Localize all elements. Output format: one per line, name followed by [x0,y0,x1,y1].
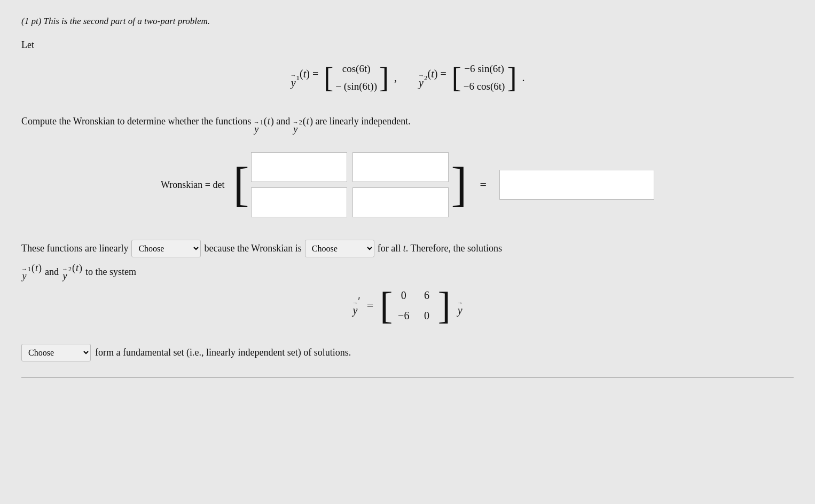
y-vec-label: → y [457,295,463,316]
sys-m12: 6 [421,288,432,302]
wronskian-section: Wronskian = det [ ] = [21,149,794,220]
y2-period: . [522,72,524,84]
wronskian-choose-select[interactable]: Choose zero nonzero [305,240,374,257]
final-section: Choose Do Do not form a fundamental set … [21,344,794,361]
sys-bracket-right: ] [438,286,451,325]
y1-entry-top: cos(6t) [342,62,371,76]
y1-entry-bot: − (sin(6t)) [335,80,377,93]
y1-comma: , [394,72,397,84]
system-equation: → y ′ = [ 0 6 −6 0 ] → y [21,286,794,325]
y1-inline: → y 1(t) [254,114,274,134]
det-grid [248,149,452,220]
to-the-system: to the system [85,266,136,278]
linearly-choose-select[interactable]: Choose independent dependent [131,240,201,257]
det-matrix: [ ] [233,149,467,220]
vectors-definition: → y 1(t) = [ cos(6t) − (sin(6t)) ] , → y… [21,60,794,95]
y2-entry-bot: −6 cos(6t) [464,80,505,93]
sys-m22: 0 [421,309,432,322]
y2-entries: −6 sin(6t) −6 cos(6t) [461,60,507,95]
y2-label: → y 2(t) = [418,68,446,88]
y1-definition: → y 1(t) = [ cos(6t) − (sin(6t)) ] , [291,60,397,95]
wronskian-input-12[interactable] [352,152,449,182]
sys-m11: 0 [398,288,409,302]
y1-system-label: → y 1(t) [21,263,42,281]
wronskian-input-21[interactable] [251,187,347,217]
wronskian-input-22[interactable] [352,187,449,217]
y1-bracket-left: [ [324,64,333,92]
y2-inline: → y 2(t) [293,114,313,134]
sys-bracket-left: [ [380,286,393,325]
fundamental-choose-select[interactable]: Choose Do Do not [21,344,91,361]
final-suffix: form a fundamental set (i.e., linearly i… [95,347,351,358]
system-label-row: → y 1(t) and → y 2(t) to the system [21,263,794,281]
compute-instruction: Compute the Wronskian to determine wheth… [21,114,794,134]
y1-label: → y 1(t) = [291,68,319,88]
sentence-prefix: These functions are linearly [21,243,128,254]
sentence-suffix-t: for all t. Therefore, the solutions [378,243,502,254]
y1-matrix: [ cos(6t) − (sin(6t)) ] [324,60,389,95]
y1-bracket-right: ] [379,64,389,92]
let-label: Let [21,40,794,51]
y2-bracket-right: ] [507,64,516,92]
wronskian-input-11[interactable] [251,152,347,182]
system-equals: = [367,298,373,312]
y2-entry-top: −6 sin(6t) [464,62,504,76]
det-bracket-right: ] [451,161,467,209]
y-prime-label: → y ′ [352,295,360,316]
sentence-section: These functions are linearly Choose inde… [21,240,794,257]
y2-system-label: → y 2(t) [62,263,82,281]
y2-bracket-left: [ [452,64,461,92]
y2-definition: → y 2(t) = [ −6 sin(6t) −6 cos(6t) ] . [418,60,524,95]
y2-matrix: [ −6 sin(6t) −6 cos(6t) ] [452,60,517,95]
sentence-middle: because the Wronskian is [204,243,301,254]
and-label: and [45,266,59,278]
problem-header: (1 pt) This is the second part of a two-… [21,16,794,27]
bottom-divider [21,377,794,378]
sys-m21: −6 [398,309,409,322]
description-text: This is the second part of a two-part pr… [44,16,210,26]
wronskian-result-input[interactable] [499,170,654,200]
equals-sign: = [480,178,486,192]
wronskian-label: Wronskian = det [161,179,224,191]
det-bracket-left: [ [233,161,249,209]
points-label: (1 pt) [21,16,41,26]
sys-matrix: 0 6 −6 0 [396,286,435,325]
y1-entries: cos(6t) − (sin(6t)) [333,60,379,95]
